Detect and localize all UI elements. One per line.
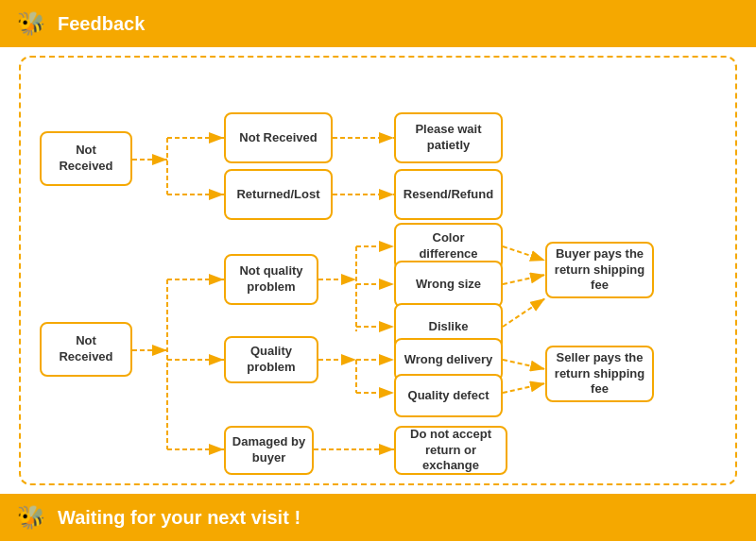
buyer-pays-box: Buyer pays the return shipping fee — [545, 242, 654, 298]
svg-line-19 — [503, 298, 545, 327]
header: 🐝 Feedback — [0, 0, 756, 47]
bee-icon-footer: 🐝 — [14, 500, 48, 534]
svg-line-17 — [503, 246, 545, 261]
not-received-sub: Not Received — [224, 112, 333, 163]
please-wait-box: Please wait patietly — [394, 112, 503, 163]
footer: 🐝 Waiting for your next visit ! — [0, 494, 756, 541]
do-not-accept-box: Do not accept return or exchange — [394, 426, 507, 475]
not-received-top: Not Received — [40, 131, 132, 186]
returned-lost-box: Returned/Lost — [224, 169, 333, 220]
svg-line-18 — [503, 275, 545, 284]
bee-icon-header: 🐝 — [14, 7, 48, 41]
footer-title: Waiting for your next visit ! — [58, 507, 301, 529]
svg-line-25 — [503, 383, 545, 393]
resend-refund-box: Resend/Refund — [394, 169, 503, 220]
not-received-bottom: Not Received — [40, 322, 132, 377]
header-title: Feedback — [58, 13, 145, 35]
quality-defect-box: Quality defect — [394, 374, 503, 417]
diagram-container: Not Received Not Received Not Received R… — [19, 56, 737, 485]
wrong-size-box: Wrong size — [394, 261, 503, 308]
quality-problem-box: Quality problem — [224, 336, 318, 383]
not-quality-problem-box: Not quality problem — [224, 254, 318, 305]
svg-line-24 — [503, 360, 545, 369]
damaged-by-buyer-box: Damaged by buyer — [224, 426, 314, 475]
main-content: Not Received Not Received Not Received R… — [0, 47, 756, 494]
seller-pays-box: Seller pays the return shipping fee — [545, 346, 654, 402]
